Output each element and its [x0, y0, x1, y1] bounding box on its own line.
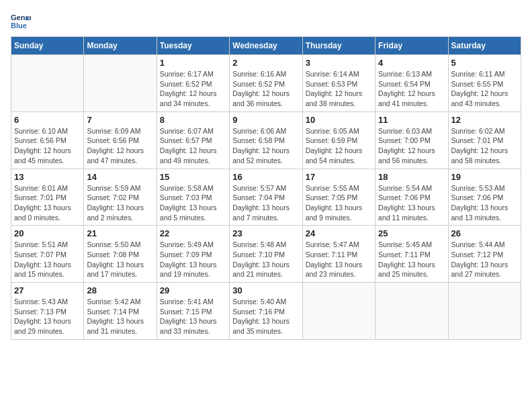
day-number: 4 — [378, 58, 445, 68]
day-info: Sunrise: 5:43 AM Sunset: 7:13 PM Dayligh… — [14, 297, 81, 336]
day-info: Sunrise: 6:09 AM Sunset: 6:56 PM Dayligh… — [87, 126, 153, 166]
calendar-week-row: 13Sunrise: 6:01 AM Sunset: 7:01 PM Dayli… — [11, 169, 521, 226]
day-number: 26 — [451, 228, 518, 238]
calendar-cell: 3Sunrise: 6:14 AM Sunset: 6:53 PM Daylig… — [302, 55, 375, 112]
calendar-cell: 12Sunrise: 6:02 AM Sunset: 7:01 PM Dayli… — [448, 111, 521, 169]
calendar-table: SundayMondayTuesdayWednesdayThursdayFrid… — [11, 36, 521, 340]
calendar-week-row: 20Sunrise: 5:51 AM Sunset: 7:07 PM Dayli… — [11, 226, 521, 283]
day-info: Sunrise: 5:59 AM Sunset: 7:02 PM Dayligh… — [87, 183, 153, 223]
day-info: Sunrise: 5:47 AM Sunset: 7:11 PM Dayligh… — [306, 240, 372, 279]
day-number: 21 — [87, 228, 153, 238]
day-info: Sunrise: 5:57 AM Sunset: 7:04 PM Dayligh… — [232, 183, 299, 223]
svg-text:Blue: Blue — [11, 21, 27, 30]
calendar-cell: 23Sunrise: 5:48 AM Sunset: 7:10 PM Dayli… — [230, 226, 302, 283]
weekday-header-saturday: Saturday — [448, 37, 521, 55]
weekday-header-wednesday: Wednesday — [230, 37, 302, 55]
calendar-cell: 10Sunrise: 6:05 AM Sunset: 6:59 PM Dayli… — [302, 111, 375, 169]
calendar-header: General Blue — [11, 11, 521, 31]
calendar-cell: 6Sunrise: 6:10 AM Sunset: 6:56 PM Daylig… — [11, 111, 84, 169]
day-info: Sunrise: 6:14 AM Sunset: 6:53 PM Dayligh… — [306, 69, 372, 109]
calendar-cell — [84, 55, 157, 112]
day-info: Sunrise: 5:48 AM Sunset: 7:10 PM Dayligh… — [232, 240, 299, 279]
day-number: 10 — [306, 115, 372, 125]
day-info: Sunrise: 6:07 AM Sunset: 6:57 PM Dayligh… — [160, 126, 226, 166]
day-number: 9 — [232, 115, 299, 125]
day-info: Sunrise: 6:01 AM Sunset: 7:01 PM Dayligh… — [14, 183, 81, 223]
day-info: Sunrise: 6:17 AM Sunset: 6:52 PM Dayligh… — [160, 69, 226, 109]
day-info: Sunrise: 5:44 AM Sunset: 7:12 PM Dayligh… — [451, 240, 518, 279]
calendar-cell: 20Sunrise: 5:51 AM Sunset: 7:07 PM Dayli… — [11, 226, 84, 283]
calendar-cell — [302, 283, 375, 340]
weekday-header-friday: Friday — [375, 37, 448, 55]
calendar-cell: 17Sunrise: 5:55 AM Sunset: 7:05 PM Dayli… — [302, 169, 375, 226]
calendar-cell: 7Sunrise: 6:09 AM Sunset: 6:56 PM Daylig… — [84, 111, 157, 169]
weekday-header-row: SundayMondayTuesdayWednesdayThursdayFrid… — [11, 37, 521, 55]
day-number: 23 — [232, 228, 299, 238]
day-number: 17 — [306, 172, 372, 182]
day-number: 5 — [451, 58, 518, 68]
day-number: 28 — [87, 285, 153, 295]
calendar-cell: 25Sunrise: 5:45 AM Sunset: 7:11 PM Dayli… — [375, 226, 448, 283]
day-info: Sunrise: 5:58 AM Sunset: 7:03 PM Dayligh… — [160, 183, 226, 223]
day-number: 11 — [378, 115, 445, 125]
day-number: 27 — [14, 285, 81, 295]
calendar-cell: 26Sunrise: 5:44 AM Sunset: 7:12 PM Dayli… — [448, 226, 521, 283]
calendar-cell: 9Sunrise: 6:06 AM Sunset: 6:58 PM Daylig… — [230, 111, 302, 169]
calendar-cell: 14Sunrise: 5:59 AM Sunset: 7:02 PM Dayli… — [84, 169, 157, 226]
calendar-cell — [448, 283, 521, 340]
day-info: Sunrise: 5:42 AM Sunset: 7:14 PM Dayligh… — [87, 297, 153, 336]
day-number: 6 — [14, 115, 81, 125]
day-number: 15 — [160, 172, 226, 182]
day-info: Sunrise: 6:02 AM Sunset: 7:01 PM Dayligh… — [451, 126, 518, 166]
logo-icon: General Blue — [11, 11, 31, 31]
day-number: 24 — [306, 228, 372, 238]
calendar-week-row: 1Sunrise: 6:17 AM Sunset: 6:52 PM Daylig… — [11, 55, 521, 112]
calendar-cell: 13Sunrise: 6:01 AM Sunset: 7:01 PM Dayli… — [11, 169, 84, 226]
calendar-cell: 19Sunrise: 5:53 AM Sunset: 7:06 PM Dayli… — [448, 169, 521, 226]
calendar-week-row: 6Sunrise: 6:10 AM Sunset: 6:56 PM Daylig… — [11, 111, 521, 169]
day-number: 20 — [14, 228, 81, 238]
calendar-cell: 11Sunrise: 6:03 AM Sunset: 7:00 PM Dayli… — [375, 111, 448, 169]
weekday-header-monday: Monday — [84, 37, 157, 55]
day-number: 1 — [160, 58, 226, 68]
day-number: 29 — [160, 285, 226, 295]
day-info: Sunrise: 5:40 AM Sunset: 7:16 PM Dayligh… — [232, 297, 299, 336]
day-info: Sunrise: 6:05 AM Sunset: 6:59 PM Dayligh… — [306, 126, 372, 166]
calendar-cell: 21Sunrise: 5:50 AM Sunset: 7:08 PM Dayli… — [84, 226, 157, 283]
day-info: Sunrise: 5:49 AM Sunset: 7:09 PM Dayligh… — [160, 240, 226, 279]
day-number: 22 — [160, 228, 226, 238]
calendar-cell: 4Sunrise: 6:13 AM Sunset: 6:54 PM Daylig… — [375, 55, 448, 112]
calendar-cell: 8Sunrise: 6:07 AM Sunset: 6:57 PM Daylig… — [157, 111, 229, 169]
calendar-cell: 27Sunrise: 5:43 AM Sunset: 7:13 PM Dayli… — [11, 283, 84, 340]
weekday-header-tuesday: Tuesday — [157, 37, 229, 55]
day-number: 8 — [160, 115, 226, 125]
logo: General Blue — [11, 11, 34, 31]
calendar-cell: 24Sunrise: 5:47 AM Sunset: 7:11 PM Dayli… — [302, 226, 375, 283]
day-info: Sunrise: 5:45 AM Sunset: 7:11 PM Dayligh… — [378, 240, 445, 279]
calendar-cell: 15Sunrise: 5:58 AM Sunset: 7:03 PM Dayli… — [157, 169, 229, 226]
calendar-cell — [11, 55, 84, 112]
day-number: 3 — [306, 58, 372, 68]
calendar-cell — [375, 283, 448, 340]
day-number: 13 — [14, 172, 81, 182]
day-info: Sunrise: 5:54 AM Sunset: 7:06 PM Dayligh… — [378, 183, 445, 223]
calendar-week-row: 27Sunrise: 5:43 AM Sunset: 7:13 PM Dayli… — [11, 283, 521, 340]
day-info: Sunrise: 6:11 AM Sunset: 6:55 PM Dayligh… — [451, 69, 518, 109]
day-number: 30 — [232, 285, 299, 295]
day-info: Sunrise: 5:55 AM Sunset: 7:05 PM Dayligh… — [306, 183, 372, 223]
day-number: 16 — [232, 172, 299, 182]
day-info: Sunrise: 6:13 AM Sunset: 6:54 PM Dayligh… — [378, 69, 445, 109]
day-info: Sunrise: 6:10 AM Sunset: 6:56 PM Dayligh… — [14, 126, 81, 166]
day-info: Sunrise: 5:51 AM Sunset: 7:07 PM Dayligh… — [14, 240, 81, 279]
calendar-cell: 28Sunrise: 5:42 AM Sunset: 7:14 PM Dayli… — [84, 283, 157, 340]
day-info: Sunrise: 5:50 AM Sunset: 7:08 PM Dayligh… — [87, 240, 153, 279]
day-number: 7 — [87, 115, 153, 125]
day-number: 19 — [451, 172, 518, 182]
svg-text:General: General — [11, 13, 31, 21]
weekday-header-thursday: Thursday — [302, 37, 375, 55]
day-info: Sunrise: 5:53 AM Sunset: 7:06 PM Dayligh… — [451, 183, 518, 223]
calendar-cell: 22Sunrise: 5:49 AM Sunset: 7:09 PM Dayli… — [157, 226, 229, 283]
calendar-cell: 29Sunrise: 5:41 AM Sunset: 7:15 PM Dayli… — [157, 283, 229, 340]
day-number: 14 — [87, 172, 153, 182]
day-info: Sunrise: 6:16 AM Sunset: 6:52 PM Dayligh… — [232, 69, 299, 109]
